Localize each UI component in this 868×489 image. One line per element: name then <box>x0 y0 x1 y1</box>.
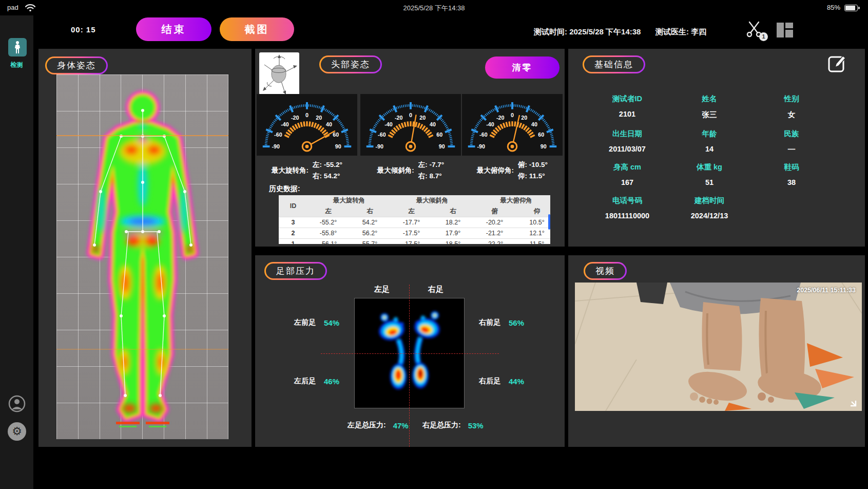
sidebar-item-detect-label: 检测 <box>0 61 33 69</box>
reset-button[interactable]: 清零 <box>485 57 560 79</box>
svg-text:-20: -20 <box>291 115 299 121</box>
svg-text:-60: -60 <box>479 131 488 138</box>
basic-info-panel: 基础信息 测试者ID 2101 姓名 张三 性别 女 出生日期 201 <box>568 49 865 247</box>
edit-icon[interactable] <box>827 53 847 73</box>
video-panel: 视频 <box>568 255 865 447</box>
field-height: 身高 cm 167 <box>589 162 666 186</box>
foot-pressure-title: 足部压力 <box>266 264 325 278</box>
head-posture-title-pill: 头部姿态 <box>319 55 382 73</box>
body-heatmap <box>56 74 228 439</box>
foot-pressure-title-pill: 足部压力 <box>264 262 327 280</box>
battery-percent: 85% <box>827 4 840 11</box>
left-foot-total-pressure: 左足总压力: 47% <box>348 421 409 430</box>
svg-text:90: 90 <box>439 143 445 149</box>
field-record-date: 建档时间 2024/12/13 <box>671 196 748 220</box>
test-time-value: 2025/5/28 下午14:38 <box>569 27 641 36</box>
screenshot-button[interactable]: 截图 <box>220 17 294 41</box>
body-posture-title-pill: 身体姿态 <box>45 57 108 74</box>
svg-text:90: 90 <box>335 143 341 149</box>
head-axes-thumbnail <box>259 52 299 95</box>
gauge-pitch: -90-60-40-20020406090 <box>462 94 563 156</box>
svg-text:-60: -60 <box>274 131 282 138</box>
test-doctor: 测试医生: 李四 <box>655 27 706 37</box>
svg-text:20: 20 <box>419 115 426 121</box>
test-time: 测试时间: 2025/5/28 下午14:38 <box>534 27 641 37</box>
svg-text:0: 0 <box>305 112 308 118</box>
fullscreen-corner-icon[interactable] <box>847 398 857 407</box>
head-posture-title: 头部姿态 <box>321 57 380 72</box>
body-posture-panel: 身体姿态 <box>38 49 252 447</box>
svg-text:-90: -90 <box>375 143 383 149</box>
status-bar: pad 2025/5/28 下午14:38 85% <box>0 0 868 15</box>
body-posture-title: 身体姿态 <box>47 58 106 73</box>
layout-grid-icon[interactable] <box>777 23 793 37</box>
history-data-label: 历史数据: <box>269 184 300 194</box>
person-icon <box>12 41 23 54</box>
svg-text:0: 0 <box>511 112 514 118</box>
posture-reference-line <box>56 135 228 136</box>
user-profile-icon[interactable] <box>8 394 26 413</box>
test-doctor-value: 李四 <box>691 27 706 36</box>
svg-text:40: 40 <box>531 121 537 127</box>
sidebar-item-detect[interactable] <box>8 38 27 57</box>
sidebar: 检测 ⚙ <box>0 15 33 489</box>
video-timestamp: 2025/06/11 15:11:33 <box>797 287 856 294</box>
max-rotation-angle: 最大旋转角: 左: -55.2° 右: 54.2° <box>257 158 357 183</box>
history-table: ID 最大旋转角 最大倾斜角 最大俯仰角 左 右 左 右 俯 仰 3 -55.2… <box>279 195 550 244</box>
battery-icon <box>844 5 858 11</box>
foot-pressure-panel: 足部压力 左足 右足 <box>255 255 565 447</box>
history-table-wrap: ID 最大旋转角 最大倾斜角 最大俯仰角 左 右 左 右 俯 仰 3 -55.2… <box>279 195 550 244</box>
svg-text:-60: -60 <box>378 131 386 138</box>
svg-text:-40: -40 <box>486 121 494 127</box>
basic-info-title-pill: 基础信息 <box>583 55 645 73</box>
field-phone: 电话号码 18011110000 <box>589 196 666 220</box>
field-shoe-size: 鞋码 38 <box>753 162 830 186</box>
field-age: 年龄 14 <box>671 129 748 153</box>
foot-map-horizontal-crosshair <box>321 353 499 354</box>
clip-count-badge: 1 <box>759 32 768 41</box>
app-root: pad 2025/5/28 下午14:38 85% 检测 <box>0 0 868 489</box>
left-foot-label: 左足 <box>367 285 397 294</box>
svg-text:-40: -40 <box>384 121 393 127</box>
right-foot-label: 右足 <box>420 285 451 294</box>
svg-text:60: 60 <box>436 131 442 138</box>
field-name: 姓名 张三 <box>671 94 748 120</box>
table-row[interactable]: 2 -55.8° 56.2° -17.5° 17.9° -21.2° 12.1° <box>279 228 550 239</box>
body-thermal-image <box>56 74 228 439</box>
video-still <box>575 283 862 411</box>
history-table-scrollbar[interactable] <box>548 214 550 230</box>
svg-text:-90: -90 <box>477 143 485 149</box>
table-row[interactable]: 1 -56.1° 55.7° -17.5° 18.5° -22.2° 11.5° <box>279 239 550 244</box>
test-time-label: 测试时间: <box>534 27 567 36</box>
basic-info-grid: 测试者ID 2101 姓名 张三 性别 女 出生日期 2011/03/07 年龄… <box>589 94 830 220</box>
svg-text:40: 40 <box>430 121 436 127</box>
posture-reference-line <box>56 349 228 350</box>
settings-gear-icon[interactable]: ⚙ <box>8 422 26 441</box>
clip-scissors-icon[interactable]: 1 <box>745 21 766 40</box>
table-row[interactable]: 3 -55.2° 54.2° -17.7° 18.2° -20.2° 10.5° <box>279 217 550 228</box>
video-frame[interactable]: 2025/06/11 15:11:33 <box>575 283 862 411</box>
svg-text:-20: -20 <box>395 115 403 121</box>
field-ethnicity: 民族 — <box>753 129 830 153</box>
svg-text:20: 20 <box>316 115 322 121</box>
end-button[interactable]: 结束 <box>136 17 211 41</box>
svg-text:60: 60 <box>538 131 544 138</box>
right-forefoot-stat: 右前足 56% <box>479 318 524 327</box>
field-birthdate: 出生日期 2011/03/07 <box>589 129 666 153</box>
right-foot-total-pressure: 右足总压力: 53% <box>422 421 484 430</box>
field-weight: 体重 kg 51 <box>671 162 748 186</box>
left-forefoot-stat: 左前足 54% <box>294 318 339 327</box>
svg-text:-90: -90 <box>272 143 280 149</box>
svg-text:-20: -20 <box>496 115 505 121</box>
svg-text:40: 40 <box>326 121 332 127</box>
left-rearfoot-stat: 左后足 46% <box>294 377 339 386</box>
max-pitch-angle: 最大俯仰角: 俯: -10.5° 仰: 11.5° <box>462 158 563 183</box>
foot-map-vertical-crosshair <box>409 285 410 447</box>
status-datetime: 2025/5/28 下午14:38 <box>0 4 868 13</box>
video-title: 视频 <box>585 264 625 278</box>
head-posture-panel: 头部姿态 清零 -90-60-40-20020406090 -90-60-40-… <box>255 49 565 247</box>
svg-text:-40: -40 <box>281 121 289 127</box>
svg-text:20: 20 <box>521 115 527 121</box>
right-rearfoot-stat: 右后足 44% <box>479 377 524 386</box>
session-timer: 00: 15 <box>71 25 96 34</box>
